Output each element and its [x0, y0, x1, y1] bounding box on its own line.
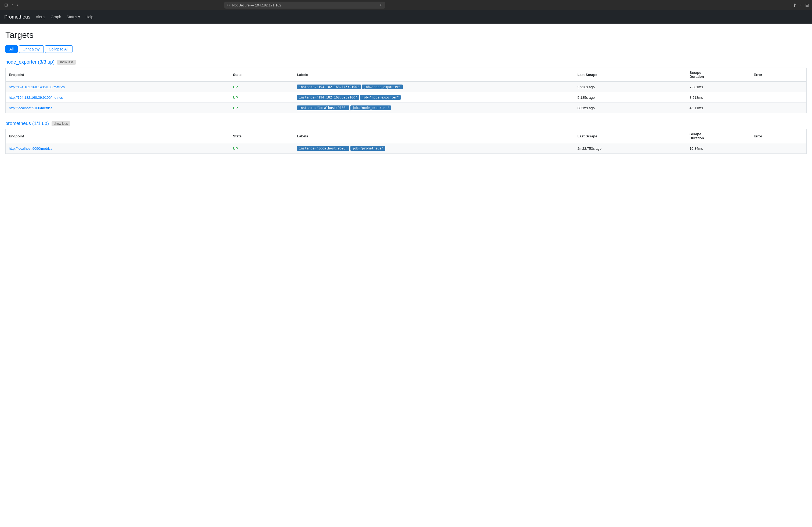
nav-status-label: Status	[67, 15, 77, 19]
endpoint-link[interactable]: http://localhost:9090/metrics	[9, 147, 52, 151]
col-header-scrape-duration: ScrapeDuration	[686, 129, 751, 143]
endpoint-link[interactable]: http://194.182.168.143:9100/metrics	[9, 85, 65, 89]
label-tag: instance="194.182.168.143:9100"	[297, 85, 361, 89]
show-less-node_exporter[interactable]: show less	[57, 60, 76, 65]
endpoint-link[interactable]: http://194.182.168.39:9100/metrics	[9, 95, 63, 100]
error-cell	[751, 103, 807, 113]
tabs-icon[interactable]: ⊞	[805, 3, 809, 8]
back-button[interactable]: ‹	[11, 2, 14, 8]
filter-collapse-all[interactable]: Collapse All	[45, 45, 73, 53]
address-text: Not Secure — 194.182.171.162	[232, 3, 281, 7]
nav-alerts[interactable]: Alerts	[36, 14, 45, 20]
label-tag: instance="194.182.168.39:9100"	[297, 95, 359, 100]
state-badge: UP	[233, 85, 238, 89]
error-cell	[751, 92, 807, 103]
col-header-error: Error	[751, 129, 807, 143]
error-cell	[751, 143, 807, 154]
forward-button[interactable]: ›	[16, 2, 19, 8]
section-heading-prometheus: prometheus (1/1 up)show less	[5, 121, 807, 126]
table-row: http://194.182.168.143:9100/metricsUPins…	[6, 81, 807, 92]
filter-all[interactable]: All	[5, 45, 18, 53]
sections-container: node_exporter (3/3 up)show lessEndpointS…	[5, 59, 807, 154]
col-header-state: State	[230, 68, 294, 82]
col-header-labels: Labels	[294, 68, 574, 82]
state-badge: UP	[233, 95, 238, 100]
security-icon: 🛡	[227, 3, 230, 7]
sidebar-toggle[interactable]: ⊞	[3, 2, 9, 8]
browser-controls: ⊞ ‹ ›	[3, 2, 19, 8]
nav-status[interactable]: Status ▾	[67, 15, 80, 19]
last-scrape: 5.926s ago	[574, 81, 686, 92]
col-header-error: Error	[751, 68, 807, 82]
page-title: Targets	[5, 30, 807, 40]
col-header-last-scrape: Last Scrape	[574, 129, 686, 143]
endpoint-link[interactable]: http://localhost:9100/metrics	[9, 106, 52, 110]
section-title-prometheus[interactable]: prometheus (1/1 up)	[5, 121, 49, 126]
col-header-endpoint: Endpoint	[6, 68, 230, 82]
col-header-scrape-duration: ScrapeDuration	[686, 68, 751, 82]
label-tag: job="node_exporter"	[350, 105, 391, 110]
nav-status-caret: ▾	[78, 15, 80, 19]
table-row: http://localhost:9100/metricsUPinstance=…	[6, 103, 807, 113]
main-content: Targets All Unhealthy Collapse All node_…	[0, 24, 812, 168]
last-scrape: 5.185s ago	[574, 92, 686, 103]
reload-icon[interactable]: ↻	[380, 3, 383, 7]
label-tag: job="prometheus"	[350, 146, 385, 151]
filter-buttons: All Unhealthy Collapse All	[5, 45, 807, 53]
table-row: http://194.182.168.39:9100/metricsUPinst…	[6, 92, 807, 103]
label-tag: job="node_exporter"	[362, 85, 403, 89]
section-heading-node_exporter: node_exporter (3/3 up)show less	[5, 59, 807, 65]
label-tag: instance="localhost:9090"	[297, 146, 349, 151]
state-badge: UP	[233, 147, 238, 151]
filter-unhealthy[interactable]: Unhealthy	[19, 45, 44, 53]
col-header-last-scrape: Last Scrape	[574, 68, 686, 82]
table-prometheus: EndpointStateLabelsLast ScrapeScrapeDura…	[5, 129, 807, 154]
col-header-labels: Labels	[294, 129, 574, 143]
scrape-duration: 10.84ms	[686, 143, 751, 154]
scrape-duration: 7.681ms	[686, 81, 751, 92]
last-scrape: 2m22.753s ago	[574, 143, 686, 154]
table-node_exporter: EndpointStateLabelsLast ScrapeScrapeDura…	[5, 67, 807, 113]
scrape-duration: 8.518ms	[686, 92, 751, 103]
table-row: http://localhost:9090/metricsUPinstance=…	[6, 143, 807, 154]
scrape-duration: 45.11ms	[686, 103, 751, 113]
share-icon[interactable]: ⬆	[793, 3, 796, 8]
section-title-node_exporter[interactable]: node_exporter (3/3 up)	[5, 59, 55, 65]
col-header-endpoint: Endpoint	[6, 129, 230, 143]
new-tab-icon[interactable]: +	[800, 3, 802, 8]
navbar: Prometheus Alerts Graph Status ▾ Help	[0, 10, 812, 24]
col-header-state: State	[230, 129, 294, 143]
browser-chrome: ⊞ ‹ › 🛡 Not Secure — 194.182.171.162 ↻ ⬆…	[0, 0, 812, 10]
address-bar[interactable]: 🛡 Not Secure — 194.182.171.162 ↻	[224, 2, 385, 9]
state-badge: UP	[233, 106, 238, 110]
nav-brand[interactable]: Prometheus	[4, 14, 30, 20]
last-scrape: 885ms ago	[574, 103, 686, 113]
label-tag: instance="localhost:9100"	[297, 105, 349, 110]
nav-graph[interactable]: Graph	[51, 14, 61, 20]
nav-help[interactable]: Help	[85, 14, 93, 20]
error-cell	[751, 81, 807, 92]
browser-right-controls: ⬆ + ⊞	[793, 3, 809, 8]
show-less-prometheus[interactable]: show less	[52, 121, 70, 126]
label-tag: job="node_exporter"	[360, 95, 401, 100]
